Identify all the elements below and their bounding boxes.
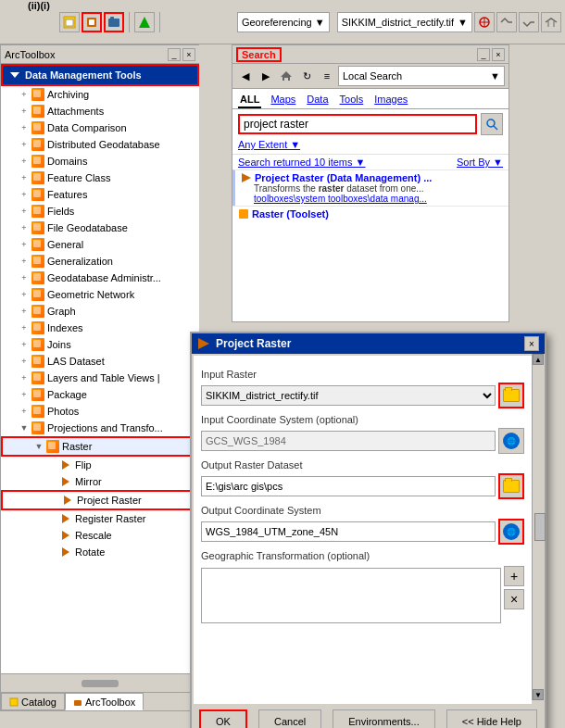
tree-item-general[interactable]: + General — [1, 236, 199, 253]
tree-item-features[interactable]: + Features — [1, 186, 199, 203]
scroll-bar[interactable] — [1, 673, 199, 692]
input-coord-input[interactable] — [201, 431, 496, 451]
result-path-1[interactable]: toolboxes\system toolboxes\data manag... — [254, 194, 503, 204]
toolbar-btn-1[interactable] — [59, 12, 80, 32]
svg-marker-24 — [242, 173, 251, 182]
tree-item-domains[interactable]: + Domains — [1, 153, 199, 169]
tree-item-package[interactable]: + Package — [1, 386, 199, 403]
environments-button[interactable]: Environments... — [333, 709, 434, 728]
arctoolbox-tab[interactable]: ArcToolbox — [65, 693, 144, 710]
search-result-project-raster[interactable]: Project Raster (Data Management) ... Tra… — [232, 169, 508, 206]
toolbar-icon-3[interactable] — [519, 12, 539, 32]
ok-button[interactable]: OK — [199, 709, 247, 728]
scroll-up-btn[interactable]: ▲ — [533, 354, 544, 365]
tree-item-register-raster[interactable]: Register Raster — [1, 510, 199, 527]
tree-item-projections[interactable]: ▼ Projections and Transfo... — [1, 420, 199, 436]
tree-item-rotate[interactable]: Rotate — [1, 544, 199, 560]
search-type-dropdown[interactable]: Local Search ▼ — [338, 66, 505, 86]
results-count[interactable]: Search returned 10 items ▼ — [238, 157, 365, 168]
scroll-thumb[interactable] — [534, 513, 546, 541]
input-raster-dropdown[interactable]: SIKKIM_district_rectify.tif — [201, 385, 496, 406]
tree-item-joins[interactable]: + Joins — [1, 336, 199, 353]
expand-icon: + — [18, 105, 31, 118]
data-management-tools-header[interactable]: Data Management Tools — [1, 64, 199, 86]
output-coord-input[interactable] — [201, 521, 496, 542]
search-go-button[interactable] — [481, 113, 503, 135]
tree-item-datacomparison[interactable]: + Data Comparison — [1, 119, 199, 136]
tree-item-photos[interactable]: + Photos — [1, 403, 199, 420]
search-refresh-btn[interactable]: ↻ — [297, 67, 316, 85]
tree-item-lasdataset[interactable]: + LAS Dataset — [1, 353, 199, 370]
separator-2 — [159, 12, 160, 32]
tree-item-filegeo[interactable]: + File Geodatabase — [1, 220, 199, 236]
tree-item-attachments[interactable]: + Attachments — [1, 103, 199, 119]
tree-item-geodbadmin[interactable]: + Geodatabase Administr... — [1, 270, 199, 286]
dialog-close-btn[interactable]: × — [524, 336, 539, 351]
cancel-button[interactable]: Cancel — [258, 709, 321, 728]
svg-marker-14 — [62, 477, 69, 486]
geo-transform-remove-btn[interactable]: × — [504, 589, 524, 609]
geo-transform-add-btn[interactable]: + — [504, 566, 524, 586]
tree-item-distributed[interactable]: + Distributed Geodatabase — [1, 136, 199, 153]
input-coord-browse-btn[interactable]: 🌐 — [498, 428, 524, 454]
toolbar-btn-3[interactable] — [104, 12, 124, 32]
tree-item-layers[interactable]: + Layers and Table Views | — [1, 370, 199, 386]
tab-tools[interactable]: Tools — [338, 92, 366, 108]
toolbar-icon-1[interactable] — [474, 12, 495, 32]
scroll-down-btn[interactable]: ▼ — [533, 689, 544, 700]
tree-item-flip[interactable]: Flip — [1, 457, 199, 473]
tree-item-project-raster[interactable]: Project Raster — [1, 490, 199, 510]
expand-icon — [45, 546, 58, 559]
catalog-tab[interactable]: Catalog — [1, 693, 65, 710]
extent-label: Any Extent ▼ — [238, 139, 300, 150]
toolbar: (ii)(i) Georeferencing ▼ SIKKIM_district… — [0, 0, 565, 44]
svg-rect-5 — [110, 17, 114, 19]
dialog-titlebar: Project Raster × — [192, 333, 545, 354]
output-dataset-input[interactable] — [201, 476, 496, 496]
tree-item-generalization[interactable]: + Generalization — [1, 253, 199, 270]
tree-item-mirror[interactable]: Mirror — [1, 473, 199, 490]
tab-all[interactable]: ALL — [238, 92, 261, 108]
input-raster-browse-btn[interactable] — [498, 383, 524, 408]
tree-item-rescale[interactable]: Rescale — [1, 527, 199, 544]
search-minimize[interactable]: _ — [477, 48, 490, 61]
toolbar-btn-2[interactable] — [82, 12, 102, 32]
georef-dropdown[interactable]: Georeferencing ▼ — [237, 12, 330, 32]
toolset-icon — [31, 337, 45, 352]
output-dataset-browse-btn[interactable] — [498, 473, 524, 499]
project-raster-label: Project Raster — [77, 495, 142, 506]
search-result-raster-toolset[interactable]: Raster (Toolset) — [232, 206, 508, 221]
search-menu-btn[interactable]: ≡ — [318, 67, 336, 85]
output-coord-browse-btn[interactable]: 🌐 — [498, 519, 524, 545]
tree-item-featureclass[interactable]: + Feature Class — [1, 169, 199, 186]
search-forward-btn[interactable]: ▶ — [257, 67, 275, 85]
tree-item-archiving[interactable]: + Archiving — [1, 86, 199, 103]
tree-item-geonetwork[interactable]: + Geometric Network — [1, 286, 199, 303]
project-raster-dialog: Project Raster × ▲ ▼ Input Raster SIKKIM… — [190, 332, 546, 728]
dialog-scrollbar[interactable]: ▲ ▼ — [532, 354, 545, 700]
panel-close[interactable]: × — [182, 48, 195, 61]
search-extent-filter[interactable]: Any Extent ▼ — [232, 139, 508, 154]
tree-item-raster[interactable]: ▼ Raster — [1, 436, 199, 457]
toolbar-icon-4[interactable] — [541, 12, 561, 32]
tree-item-fields[interactable]: + Fields — [1, 203, 199, 220]
tab-data[interactable]: Data — [305, 92, 330, 108]
hide-help-button[interactable]: << Hide Help — [446, 709, 537, 728]
expand-icon — [47, 494, 60, 507]
search-home-btn[interactable] — [277, 67, 295, 85]
toolbar-icon-2[interactable] — [496, 12, 517, 32]
search-input[interactable] — [238, 114, 477, 134]
tree-item-indexes[interactable]: + Indexes — [1, 320, 199, 336]
search-close[interactable]: × — [492, 48, 505, 61]
sort-by[interactable]: Sort By ▼ — [457, 157, 503, 168]
geo-transform-area[interactable] — [201, 568, 501, 623]
search-back-btn[interactable]: ◀ — [236, 67, 255, 85]
tab-images[interactable]: Images — [372, 92, 409, 108]
toolbar-btn-4[interactable] — [134, 12, 155, 32]
panel-minimize[interactable]: _ — [168, 48, 181, 61]
expand-icon — [45, 529, 58, 542]
tab-maps[interactable]: Maps — [269, 92, 297, 108]
tree-item-graph[interactable]: + Graph — [1, 303, 199, 320]
svg-marker-26 — [198, 338, 209, 349]
georef-file-dropdown[interactable]: SIKKIM_district_rectify.tif ▼ — [337, 12, 472, 32]
